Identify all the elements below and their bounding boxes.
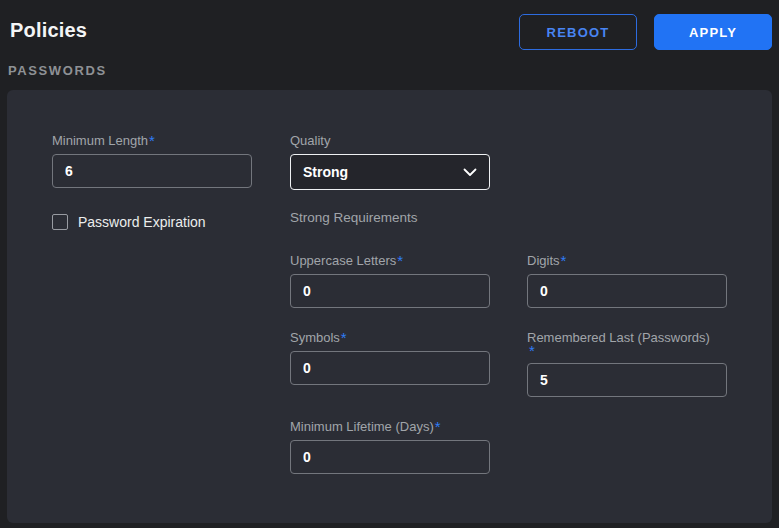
chevron-down-icon <box>463 168 477 177</box>
quality-select-value: Strong <box>303 164 348 180</box>
digits-field: Digits* <box>527 253 727 308</box>
minimum-lifetime-input[interactable] <box>290 440 490 474</box>
uppercase-letters-input[interactable] <box>290 274 490 308</box>
reboot-button[interactable]: REBOOT <box>519 14 637 50</box>
minimum-lifetime-label: Minimum Lifetime (Days)* <box>290 419 490 434</box>
strong-requirements-label: Strong Requirements <box>290 210 727 225</box>
required-asterisk: * <box>341 329 347 346</box>
symbols-input[interactable] <box>290 351 490 385</box>
required-asterisk: * <box>397 252 403 269</box>
quality-label: Quality <box>290 133 490 148</box>
symbols-field: Symbols* <box>290 330 490 385</box>
page-header: Policies REBOOT APPLY PASSWORDS <box>0 0 779 90</box>
policies-page: Policies REBOOT APPLY PASSWORDS Minimum … <box>0 0 779 528</box>
password-expiration-checkbox[interactable] <box>52 214 68 230</box>
required-asterisk: * <box>561 252 567 269</box>
passwords-section-label: PASSWORDS <box>8 63 107 78</box>
apply-button-label: APPLY <box>689 25 737 40</box>
minimum-length-field: Minimum Length* <box>52 133 252 188</box>
digits-label: Digits* <box>527 253 727 268</box>
required-asterisk: * <box>149 132 155 149</box>
required-asterisk: * <box>529 345 727 357</box>
minimum-lifetime-field: Minimum Lifetime (Days)* <box>290 419 490 474</box>
left-column: Minimum Length* Password Expiration <box>52 133 252 474</box>
page-title: Policies <box>10 19 87 42</box>
quality-select[interactable]: Strong <box>290 154 490 190</box>
uppercase-letters-field: Uppercase Letters* <box>290 253 490 308</box>
reboot-button-label: REBOOT <box>547 25 610 40</box>
right-column: Quality Strong Strong Requirements Upper… <box>290 133 727 474</box>
header-buttons: REBOOT APPLY <box>519 14 772 50</box>
apply-button[interactable]: APPLY <box>654 14 772 50</box>
password-expiration-row[interactable]: Password Expiration <box>52 214 252 230</box>
remembered-last-label: Remembered Last (Passwords)* <box>527 330 727 357</box>
strong-requirements-grid: Uppercase Letters* Digits* Symbols* Reme… <box>290 253 727 474</box>
minimum-length-input[interactable] <box>52 154 252 188</box>
remembered-last-input[interactable] <box>527 363 727 397</box>
remembered-last-field: Remembered Last (Passwords)* <box>527 330 727 397</box>
required-asterisk: * <box>435 418 441 435</box>
digits-input[interactable] <box>527 274 727 308</box>
password-expiration-label: Password Expiration <box>78 214 206 230</box>
symbols-label: Symbols* <box>290 330 490 345</box>
minimum-length-label: Minimum Length* <box>52 133 252 148</box>
uppercase-letters-label: Uppercase Letters* <box>290 253 490 268</box>
quality-field: Quality Strong <box>290 133 490 190</box>
passwords-card: Minimum Length* Password Expiration Qual… <box>7 90 772 523</box>
